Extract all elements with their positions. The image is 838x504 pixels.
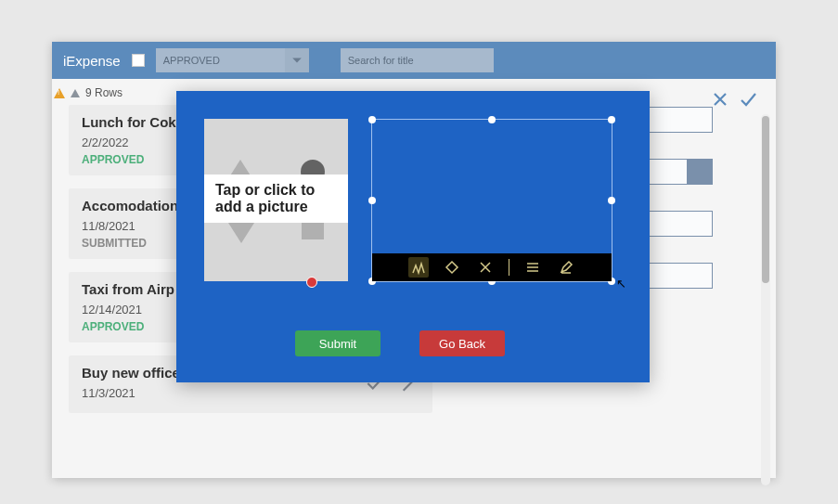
signature-canvas[interactable] <box>371 119 612 282</box>
resize-handle[interactable] <box>608 116 615 123</box>
goback-button[interactable]: Go Back <box>419 330 505 356</box>
clear-icon[interactable] <box>475 257 496 278</box>
delete-picture-icon[interactable] <box>306 277 317 288</box>
scrollbar-thumb[interactable] <box>762 116 769 283</box>
lines-icon[interactable] <box>522 257 543 278</box>
resize-handle[interactable] <box>608 197 615 204</box>
titlebar: iExpense APPROVED Search for title <box>52 42 776 79</box>
sort-up-icon[interactable] <box>71 89 80 97</box>
app-title: iExpense <box>63 53 121 69</box>
resize-handle[interactable] <box>368 197 376 204</box>
chevron-down-icon <box>285 48 309 72</box>
square-icon <box>302 223 324 239</box>
filter-checkbox[interactable] <box>132 54 145 67</box>
search-placeholder: Search for title <box>348 55 414 66</box>
picture-placeholder-top <box>204 119 348 174</box>
signature-modal: Tap or click to add a picture ↖ Submit G… <box>176 91 650 382</box>
scrollbar[interactable] <box>761 114 770 485</box>
picture-placeholder-bottom <box>204 223 348 281</box>
goback-label: Go Back <box>439 337 485 351</box>
search-input[interactable]: Search for title <box>341 48 494 72</box>
eraser-icon[interactable] <box>442 257 462 278</box>
cursor-icon: ↖ <box>616 277 626 291</box>
resize-handle[interactable] <box>488 116 496 123</box>
picture-upload-zone[interactable]: Tap or click to add a picture <box>204 119 348 281</box>
filter-select-value: APPROVED <box>163 55 220 66</box>
signature-toolbar <box>372 253 612 281</box>
filter-select[interactable]: APPROVED <box>156 48 309 72</box>
rows-count: 9 Rows <box>85 86 122 99</box>
row-date: 11/3/2021 <box>82 386 364 400</box>
edit-icon[interactable] <box>556 257 576 278</box>
picture-prompt-text: Tap or click to add a picture <box>204 174 348 223</box>
submit-label: Submit <box>319 337 356 351</box>
warning-icon <box>54 88 65 98</box>
toolbar-separator <box>509 259 509 276</box>
submit-button[interactable]: Submit <box>295 330 380 356</box>
resize-handle[interactable] <box>368 116 376 123</box>
triangle-down-icon <box>228 223 254 243</box>
pen-icon[interactable] <box>408 257 429 278</box>
